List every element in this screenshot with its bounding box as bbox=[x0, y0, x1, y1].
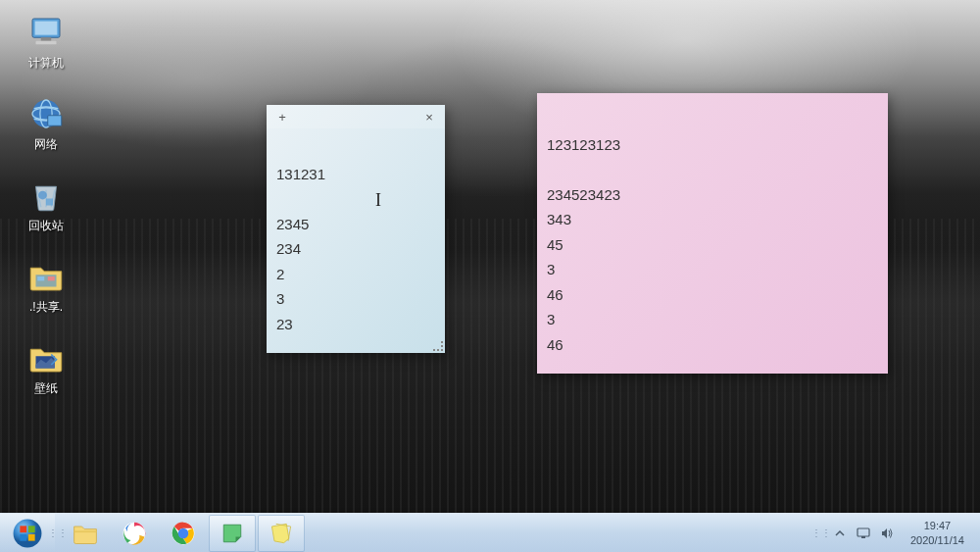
sticky-note-body[interactable]: 131231 2345 234 2 3 23 I bbox=[267, 128, 445, 370]
volume-icon[interactable] bbox=[879, 526, 895, 541]
desktop-icon-computer[interactable]: 计算机 bbox=[12, 10, 80, 74]
sticky-note-text: 131231 2345 234 2 3 23 bbox=[276, 166, 325, 332]
start-button[interactable] bbox=[0, 514, 55, 552]
svg-rect-12 bbox=[48, 276, 55, 280]
sticky-note-icon bbox=[268, 520, 295, 547]
taskbar-clock[interactable]: 19:47 2020/11/14 bbox=[903, 519, 972, 547]
taskbar-item-sticky-2[interactable] bbox=[258, 515, 305, 552]
action-center-icon[interactable] bbox=[856, 526, 871, 541]
svg-rect-21 bbox=[861, 536, 865, 538]
desktop-icon-recycle-bin[interactable]: 回收站 bbox=[12, 173, 80, 236]
network-icon bbox=[25, 93, 67, 134]
svg-point-14 bbox=[14, 519, 42, 547]
icon-label: 计算机 bbox=[28, 55, 64, 72]
sticky-note-blue[interactable]: + × 131231 2345 234 2 3 23 I bbox=[267, 105, 445, 353]
close-note-button[interactable]: × bbox=[421, 110, 437, 125]
explorer-icon bbox=[72, 520, 99, 547]
icon-label: 回收站 bbox=[28, 218, 64, 234]
resize-handle[interactable] bbox=[433, 341, 443, 351]
icon-label: .!共享. bbox=[29, 299, 63, 316]
taskbar-pinned-items bbox=[61, 514, 306, 552]
svg-rect-9 bbox=[46, 199, 53, 206]
new-note-button[interactable]: + bbox=[274, 110, 290, 125]
taskbar-item-browser[interactable] bbox=[111, 515, 158, 552]
sticky-note-icon bbox=[219, 520, 246, 547]
icon-label: 网络 bbox=[34, 136, 58, 153]
desktop-icons-column: 计算机 网络 回收站 bbox=[12, 10, 80, 399]
taskbar-spacer bbox=[306, 514, 818, 552]
clock-date: 2020/11/14 bbox=[910, 533, 964, 547]
desktop-icon-wallpaper[interactable]: 壁纸 bbox=[12, 335, 80, 399]
desktop-icon-share[interactable]: .!共享. bbox=[12, 254, 80, 318]
svg-rect-15 bbox=[74, 530, 97, 532]
recycle-bin-icon bbox=[25, 175, 67, 216]
taskbar-item-sticky-1[interactable] bbox=[209, 515, 256, 552]
system-tray: 19:47 2020/11/14 bbox=[824, 514, 980, 552]
clock-time: 19:47 bbox=[910, 519, 964, 532]
taskbar: ⋮⋮ bbox=[0, 513, 980, 552]
folder-wallpaper-icon bbox=[25, 337, 67, 378]
sticky-note-pink[interactable]: 123123123 234523423 343 45 3 46 3 46 bbox=[537, 93, 888, 374]
svg-rect-20 bbox=[858, 528, 869, 536]
computer-icon bbox=[25, 12, 67, 53]
icon-label: 壁纸 bbox=[34, 380, 58, 397]
sticky-note-text: 123123123 234523423 343 45 3 46 3 46 bbox=[547, 136, 620, 353]
taskbar-item-chrome[interactable] bbox=[160, 515, 207, 552]
svg-rect-7 bbox=[48, 116, 62, 126]
svg-rect-2 bbox=[41, 37, 52, 41]
folder-share-icon bbox=[25, 256, 67, 297]
swirl-browser-icon bbox=[121, 520, 148, 547]
taskbar-item-explorer[interactable] bbox=[62, 515, 109, 552]
sticky-note-body[interactable]: 123123123 234523423 343 45 3 46 3 46 bbox=[537, 93, 888, 365]
svg-rect-3 bbox=[36, 41, 57, 45]
svg-point-8 bbox=[38, 191, 47, 200]
windows-logo-icon bbox=[11, 517, 44, 550]
svg-rect-11 bbox=[37, 276, 44, 280]
tray-overflow-icon[interactable] bbox=[832, 526, 848, 541]
sticky-note-header[interactable]: + × bbox=[267, 105, 445, 128]
chrome-icon bbox=[170, 520, 197, 547]
text-cursor-icon: I bbox=[375, 185, 383, 203]
desktop-icon-network[interactable]: 网络 bbox=[12, 91, 80, 155]
svg-rect-1 bbox=[35, 22, 58, 35]
